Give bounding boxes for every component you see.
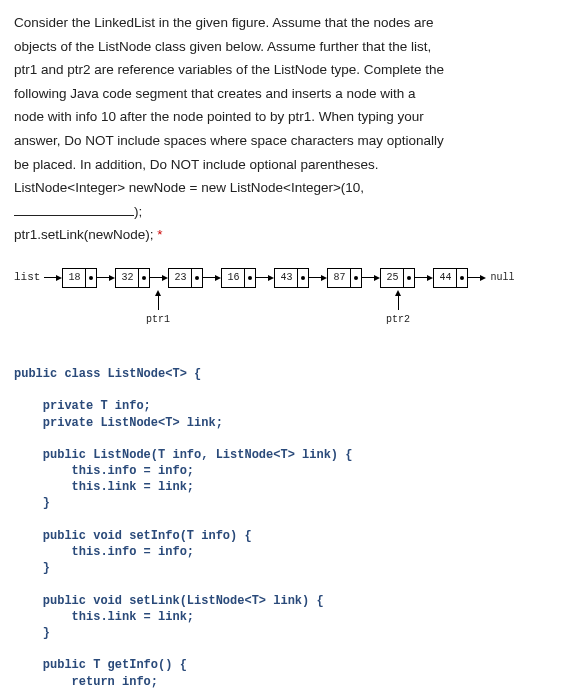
list-node: 23 xyxy=(168,268,203,288)
required-asterisk: * xyxy=(157,227,162,242)
answer-blank[interactable] xyxy=(14,215,134,216)
pointer-dot-icon xyxy=(457,269,467,287)
question-line: Consider the LinkedList in the given fig… xyxy=(14,12,564,34)
list-node: 32 xyxy=(115,268,150,288)
null-label: null xyxy=(490,270,514,286)
ptr1-label: ptr1 xyxy=(146,312,170,328)
pointer-dot-icon xyxy=(192,269,202,287)
list-node: 25 xyxy=(380,268,415,288)
question-line: answer, Do NOT include spaces where spac… xyxy=(14,130,564,152)
list-label: list xyxy=(14,269,40,287)
arrow-icon xyxy=(203,275,221,281)
arrow-icon xyxy=(415,275,433,281)
list-node: 87 xyxy=(327,268,362,288)
pointer-dot-icon xyxy=(245,269,255,287)
arrow-icon xyxy=(362,275,380,281)
listnode-class-code: public class ListNode<T> { private T inf… xyxy=(14,366,564,690)
pointer-dot-icon xyxy=(298,269,308,287)
question-last-line: ptr1.setLink(newNode); * xyxy=(14,224,564,246)
question-line: following Java code segment that creates… xyxy=(14,83,564,105)
pointer-dot-icon xyxy=(404,269,414,287)
pointer-dot-icon xyxy=(86,269,96,287)
question-text: Consider the LinkedList in the given fig… xyxy=(14,12,564,246)
diagram-row: list 18 32 23 16 43 87 25 44 null xyxy=(14,268,514,288)
blank-line: ); xyxy=(14,201,564,223)
question-line: node with info 10 after the node pointed… xyxy=(14,106,564,128)
arrow-icon xyxy=(97,275,115,281)
question-line: be placed. In addition, Do NOT include o… xyxy=(14,154,564,176)
ptr2-label: ptr2 xyxy=(386,312,410,328)
ptr1-pointer: ptr1 xyxy=(146,290,170,328)
linked-list-diagram: list 18 32 23 16 43 87 25 44 null ptr1 p… xyxy=(14,268,564,348)
arrow-icon xyxy=(150,275,168,281)
arrow-icon xyxy=(256,275,274,281)
ptr2-pointer: ptr2 xyxy=(386,290,410,328)
arrow-icon xyxy=(309,275,327,281)
list-node: 44 xyxy=(433,268,468,288)
question-line: ListNode<Integer> newNode = new ListNode… xyxy=(14,177,564,199)
question-line: ptr1 and ptr2 are reference variables of… xyxy=(14,59,564,81)
arrow-icon xyxy=(44,275,62,281)
question-line: objects of the ListNode class given belo… xyxy=(14,36,564,58)
pointer-dot-icon xyxy=(139,269,149,287)
list-node: 18 xyxy=(62,268,97,288)
list-node: 16 xyxy=(221,268,256,288)
arrow-icon xyxy=(468,275,486,281)
list-node: 43 xyxy=(274,268,309,288)
pointer-dot-icon xyxy=(351,269,361,287)
blank-suffix: ); xyxy=(134,204,142,219)
